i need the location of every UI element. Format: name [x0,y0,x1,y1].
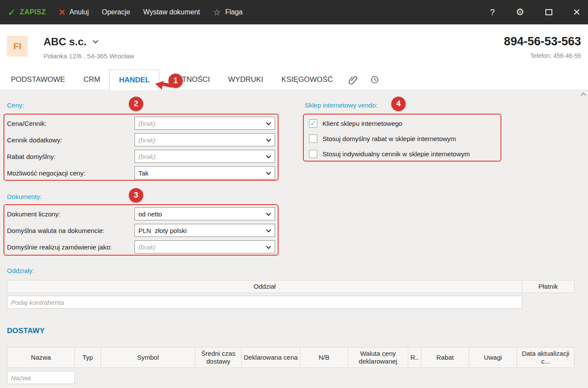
select-value: PLN złoty polski [138,227,187,234]
form-row-cennik-dodatkowy: Cennik dodatkowy: (brak) [7,133,275,146]
tab-crm[interactable]: CRM [74,70,110,90]
flag-button[interactable]: ☆ Flaga [213,8,243,17]
field-label: Domyślna waluta na dokumencie: [7,227,134,234]
company-name: ABC s.c. [44,36,87,48]
column-header-symbol: Symbol [101,347,195,368]
history-clock-icon [370,75,380,84]
company-address: Polanka 12/6 , 54-365 Wrocław [44,52,134,60]
annotation-circle-2: 2 [129,97,143,111]
select-value: (brak) [138,120,155,127]
field-label: Rabat domyślny: [7,153,134,160]
history-button[interactable] [364,70,386,90]
deliveries-table-header: Nazwa Typ Symbol Średni czas dostawy Dek… [7,347,575,368]
chevron-down-icon [266,227,271,232]
column-header-waluta: Waluta ceny deklarowanej [348,347,408,368]
chevron-down-icon [266,170,271,175]
column-header-nazwa: Nazwa [7,347,75,368]
column-header-deklarowana-cena: Deklarowana cena [242,347,300,368]
tab-wydruki[interactable]: WYDRUKI [219,70,272,90]
tab-bar: PODSTAWOWE CRM HANDEL PŁATNOŚCI WYDRUKI … [0,70,588,90]
field-label: Cennik dodatkowy: [7,136,134,144]
form-row-rabat-domyslny: Rabat domyślny: (brak) [7,150,275,163]
chevron-down-icon [266,211,271,216]
annotation-circle-3: 3 [129,188,143,202]
column-header-uwagi: Uwagi [469,347,517,368]
tab-podstawowe[interactable]: PODSTAWOWE [2,70,74,90]
checkbox-domyslny-rabat[interactable]: Stosuj domyślny rabat w sklepie internet… [306,132,498,145]
check-icon: ✓ [8,8,16,17]
negocjacja-ceny-select[interactable]: Tak [134,166,275,179]
section-title-ceny: Ceny: [7,101,24,109]
issue-document-menu[interactable]: Wystaw dokument [143,8,200,16]
checkbox-label: Stosuj indywidualny cennik w sklepie int… [323,150,470,158]
checkbox-unchecked-icon [309,135,317,143]
issue-document-label: Wystaw dokument [143,8,200,16]
form-row-realizuj-zamowienie: Domyślnie realizuj zamówienie jako: (bra… [7,240,275,253]
chevron-down-icon [266,137,271,142]
column-header-platnik: Płatnik [522,280,575,293]
paperclip-icon [348,75,358,84]
checkbox-indywidualny-cennik[interactable]: Stosuj indywidualny cennik w sklepie int… [306,147,498,160]
realizuj-zamowienie-select[interactable]: (brak) [134,240,275,253]
select-value: Tak [138,169,148,177]
field-label: Cena/Cennik: [7,120,134,127]
select-value: od netto [138,210,162,218]
form-row-cena-cennik: Cena/Cennik: (brak) [7,117,275,130]
section-title-oddzialy: Oddziały: [7,267,34,274]
flag-label: Flaga [225,8,242,16]
dokument-liczony-select[interactable]: od netto [134,207,275,220]
rabat-domyslny-select[interactable]: (brak) [134,150,275,163]
gear-icon[interactable]: ⚙ [516,7,524,17]
checkbox-klient-sklepu[interactable]: ✓ Klient sklepu internetowego [306,117,498,130]
window-close-icon[interactable]: × [573,6,580,18]
tax-id: 894-56-53-563 [504,35,581,48]
branch-search-input[interactable] [7,296,522,309]
attachments-button[interactable] [342,70,364,90]
cancel-button[interactable]: × Anuluj [59,7,89,17]
save-button[interactable]: ✓ ZAPISZ [8,8,46,17]
column-header-typ: Typ [75,347,101,368]
window-controls: ? ⚙ × [490,6,580,18]
cancel-label: Anuluj [70,8,89,16]
field-label: Dokument liczony: [7,210,134,218]
avatar: FI [7,36,28,57]
branches-table-header: Oddział Płatnik [7,280,575,293]
contractor-header: FI ABC s.c. Polanka 12/6 , 54-365 Wrocła… [0,24,588,70]
checkbox-label: Stosuj domyślny rabat w sklepie internet… [323,135,456,142]
maximize-icon[interactable] [545,9,552,15]
column-header-data-aktualizacji: Data aktualizacji c... [517,347,575,368]
save-label: ZAPISZ [20,8,46,16]
tab-ksiegowosc[interactable]: KSIĘGOWOŚĆ [272,70,342,90]
delivery-name-input[interactable] [7,371,75,384]
select-value: (brak) [138,153,155,160]
chevron-down-icon [266,153,271,158]
scroll-up-icon[interactable] [581,92,586,98]
tab-handel[interactable]: HANDEL [109,70,159,90]
field-label: Możliwość negocjacji ceny: [7,169,134,177]
star-icon: ☆ [213,8,221,17]
cennik-dodatkowy-select[interactable]: (brak) [134,133,275,146]
top-toolbar: ✓ ZAPISZ × Anuluj Operacje Wystaw dokume… [0,0,588,24]
annotation-box-dokumenty: Dokument liczony: od netto Domyślna walu… [3,204,279,256]
section-title-dostawy: DOSTAWY [7,327,45,335]
operations-label: Operacje [102,8,130,16]
phone-number: Telefon: 456-46-55 [530,52,581,59]
section-title-sklep: Sklep internetowy vendo: [305,101,378,109]
chevron-down-icon[interactable] [93,38,98,44]
annotation-box-sklep: ✓ Klient sklepu internetowego Stosuj dom… [303,114,501,162]
domyslna-waluta-select[interactable]: PLN złoty polski [134,224,275,237]
annotation-box-ceny: Cena/Cennik: (brak) Cennik dodatkowy: (b… [3,114,279,181]
chevron-down-icon [266,120,271,125]
field-label: Domyślnie realizuj zamówienie jako: [7,243,134,251]
column-header-oddzial: Oddział [7,280,522,293]
cena-cennik-select[interactable]: (brak) [134,117,275,130]
checkbox-checked-icon: ✓ [309,119,317,128]
help-button[interactable]: ? [490,7,495,17]
checkbox-label: Klient sklepu internetowego [323,120,402,127]
column-header-r: R.. [408,347,421,368]
select-value: (brak) [138,136,155,144]
section-title-dokumenty: Dokumenty: [7,193,42,200]
operations-menu[interactable]: Operacje [102,8,130,16]
close-x-icon: × [59,7,65,17]
chevron-down-icon [266,244,271,249]
